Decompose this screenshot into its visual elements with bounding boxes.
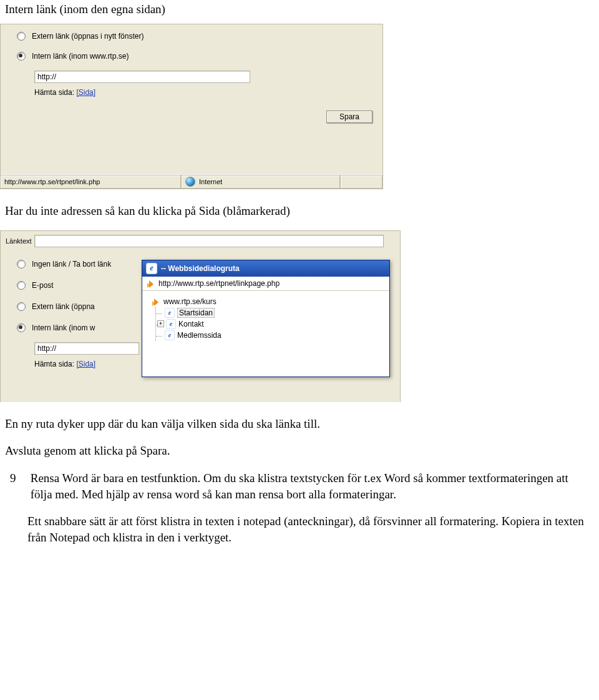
radio-row-intern[interactable]: Intern länk (inom www.rtp.se)	[1, 44, 382, 64]
radio-label-intern: Intern länk (inom www.rtp.se)	[32, 52, 129, 61]
radio-icon	[17, 302, 26, 311]
statusbar-zone-label: Internet	[199, 178, 222, 185]
url-input-trunc[interactable]	[34, 342, 139, 355]
tree-item-kontakt[interactable]: + e Kontakt	[156, 318, 383, 330]
lanktext-input[interactable]	[34, 235, 384, 247]
list-item-9: 9 Rensa Word är bara en testfunktion. Om…	[10, 470, 594, 502]
radio-icon-selected	[17, 52, 26, 61]
tree-item-label: Medlemssida	[177, 331, 222, 340]
radio-icon	[17, 32, 26, 41]
tree-root-label: www.rtp.se/kurs	[163, 297, 217, 306]
internet-zone-icon	[185, 177, 195, 187]
radio-icon	[17, 281, 26, 290]
spara-button[interactable]: Spara	[326, 111, 373, 123]
paragraph-avsluta: Avsluta genom att klicka på Spara.	[5, 443, 594, 459]
list-item-9-cont: Ett snabbare sätt är att först klistra i…	[27, 513, 594, 545]
tree-expander-icon[interactable]: +	[157, 320, 164, 327]
radio-icon	[17, 260, 26, 269]
sida-link-2[interactable]: [Sida]	[76, 360, 95, 368]
dialog-titlebar: e -- Webbsidedialogruta	[142, 260, 389, 277]
favicon-icon	[151, 297, 160, 306]
radio-label-extern: Extern länk (öppnas i nytt fönster)	[32, 32, 144, 41]
paragraph-click-sida: Har du inte adressen så kan du klicka på…	[5, 203, 594, 219]
dialog-title: -- Webbsidedialogruta	[161, 264, 240, 273]
hamta-sida-label: Hämta sida:	[34, 88, 74, 97]
radio-label-epost: E-post	[32, 281, 54, 290]
list-number: 9	[10, 470, 27, 486]
list-body: Rensa Word är bara en testfunktion. Om d…	[31, 470, 592, 502]
radio-label-ingen: Ingen länk / Ta bort länk	[32, 260, 111, 269]
tree-item-medlemssida[interactable]: e Medlemssida	[156, 330, 383, 341]
radio-label-intern-trunc: Intern länk (inom w	[32, 323, 95, 332]
dialog-address-bar: http://www.rtp.se/rtpnet/linkpage.php	[142, 277, 389, 291]
tree-root[interactable]: www.rtp.se/kurs	[151, 296, 383, 307]
status-bar: http://www.rtp.se/rtpnet/link.php Intern…	[1, 174, 382, 189]
statusbar-zone: Internet	[181, 175, 340, 189]
statusbar-grip	[340, 175, 382, 189]
sida-link[interactable]: [Sida]	[76, 88, 95, 97]
url-input[interactable]	[34, 71, 250, 83]
lanktext-label: Länktext	[6, 237, 34, 245]
ie-icon: e	[146, 263, 157, 274]
screenshot-link-editor: Extern länk (öppnas i nytt fönster) Inte…	[0, 24, 383, 189]
radio-icon-selected	[17, 323, 26, 332]
tree-item-startsidan[interactable]: e Startsidan	[156, 307, 383, 318]
hamta-sida-label-2: Hämta sida:	[34, 360, 74, 368]
statusbar-url: http://www.rtp.se/rtpnet/link.php	[1, 175, 181, 189]
dialog-address-text: http://www.rtp.se/rtpnet/linkpage.php	[158, 279, 280, 288]
ie-icon: e	[165, 308, 175, 318]
sitemap-tree: www.rtp.se/kurs e Startsidan + e Kontakt…	[142, 291, 389, 343]
radio-label-extern-trunc: Extern länk (öppna	[32, 302, 95, 311]
tree-item-label: Startsidan	[177, 308, 215, 318]
linkpage-dialog: e -- Webbsidedialogruta http://www.rtp.s…	[142, 260, 390, 377]
paragraph-new-dialog: En ny ruta dyker upp där du kan välja vi…	[5, 416, 594, 432]
ie-icon: e	[166, 319, 176, 329]
tree-item-label: Kontakt	[178, 320, 204, 328]
section-heading: Intern länk (inom den egna sidan)	[5, 2, 594, 16]
ie-icon: e	[165, 330, 175, 340]
favicon-icon	[146, 279, 155, 288]
screenshot-dialog-over-editor: Länktext Ingen länk / Ta bort länk E-pos…	[0, 230, 401, 402]
radio-row-extern[interactable]: Extern länk (öppnas i nytt fönster)	[1, 28, 382, 44]
